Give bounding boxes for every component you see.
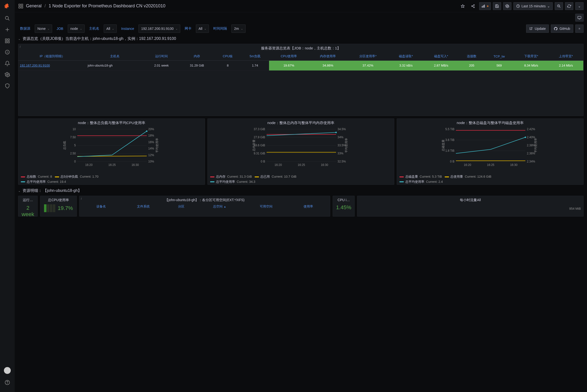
svg-text:16:30: 16:30: [132, 163, 139, 167]
table-header[interactable]: 可用空间: [243, 203, 289, 210]
help-icon[interactable]: [5, 380, 10, 385]
variable-bar: 数据源 None⌄ JOB node⌄ 主机名 All⌄ Instance 19…: [15, 22, 587, 35]
svg-point-0: [5, 16, 8, 20]
table-header[interactable]: TCP_tw: [485, 52, 514, 61]
links-menu-button[interactable]: [575, 24, 584, 33]
cell-ip-link[interactable]: 192.167.200.91:9100: [18, 61, 86, 70]
svg-text:总磁盘量: 总磁盘量: [442, 140, 445, 152]
update-link[interactable]: Update: [526, 24, 549, 33]
var-host-select[interactable]: All⌄: [104, 24, 117, 33]
svg-line-1: [8, 19, 9, 20]
table-header[interactable]: CPU使用率: [269, 52, 308, 61]
settings-button[interactable]: [503, 2, 512, 10]
zoom-out-button[interactable]: [555, 2, 563, 10]
save-button[interactable]: [493, 2, 501, 10]
var-host-label: 主机名: [87, 26, 101, 31]
panel-chart: node：整体总负载与整体平均CPU使用率107.5052.50020%18%1…: [18, 118, 205, 185]
svg-rect-14: [21, 4, 23, 6]
svg-rect-16: [21, 6, 23, 8]
breadcrumb-sep: /: [44, 4, 46, 8]
star-button[interactable]: [459, 2, 467, 10]
svg-text:0: 0: [74, 160, 76, 163]
var-job-select[interactable]: node⌄: [68, 24, 85, 33]
svg-point-20: [474, 6, 475, 8]
table-header[interactable]: 内存: [179, 52, 214, 61]
svg-text:16:25: 16:25: [487, 163, 494, 167]
svg-text:1.8 TiB: 1.8 TiB: [445, 149, 455, 152]
var-interval-select[interactable]: 2m⌄: [231, 24, 245, 33]
svg-line-22: [473, 6, 474, 7]
table-header[interactable]: 分区使用率*: [347, 52, 389, 61]
table-header[interactable]: 磁盘写入*: [423, 52, 459, 61]
svg-text:33%: 33%: [338, 152, 343, 155]
row-detail-toggle[interactable]: ⌄资源明细： 【john-ubuntu18-gh】: [15, 187, 587, 196]
apps-icon[interactable]: [18, 4, 23, 9]
var-instance-select[interactable]: 192.167.200.91:9100⌄: [138, 24, 180, 33]
svg-rect-25: [484, 5, 485, 8]
add-panel-button[interactable]: +: [479, 2, 491, 10]
svg-text:34.5%: 34.5%: [338, 128, 346, 131]
svg-text:0 B: 0 B: [450, 160, 455, 163]
alerting-icon[interactable]: [5, 61, 10, 66]
chart-svg[interactable]: 107.5052.50020%18%16%14%12%10%16:2016:25…: [20, 128, 203, 167]
github-link[interactable]: GitHub: [551, 24, 573, 33]
table-header[interactable]: 主机名: [86, 52, 144, 61]
table-header[interactable]: 运行时间: [144, 52, 179, 61]
svg-text:27.9 GiB: 27.9 GiB: [254, 136, 265, 139]
svg-rect-7: [8, 41, 9, 43]
info-icon[interactable]: i: [20, 45, 20, 48]
svg-rect-5: [8, 39, 9, 40]
table-header[interactable]: 使用率: [290, 203, 327, 210]
svg-text:3.6 TiB: 3.6 TiB: [445, 138, 455, 142]
table-row: 192.167.200.91:9100 john-ubuntu18-gh 2.0…: [18, 61, 583, 70]
plus-icon[interactable]: [5, 27, 10, 32]
svg-point-98: [525, 136, 526, 138]
dashboards-icon[interactable]: [5, 38, 10, 44]
table-header[interactable]: 内存使用率: [309, 52, 347, 61]
svg-text:16:20: 16:20: [274, 163, 282, 167]
var-nic-select[interactable]: All⌄: [196, 24, 209, 33]
grafana-logo[interactable]: [4, 3, 11, 10]
cycle-view-button[interactable]: [575, 14, 584, 22]
table-header[interactable]: 总空间▲: [196, 203, 243, 210]
svg-text:12%: 12%: [148, 154, 154, 157]
svg-rect-13: [19, 4, 20, 6]
panel-cpu-iowait: CPU i… 1.45%: [333, 196, 355, 216]
table-header[interactable]: 上传带宽*: [549, 52, 583, 61]
chart-svg[interactable]: 5.5 TiB3.6 TiB1.8 TiB0 B2.42%2.40%2.38%2…: [399, 128, 581, 167]
svg-rect-24: [483, 5, 484, 7]
chart-svg[interactable]: 37.3 GiB27.9 GiB18.6 GiB9.31 GiB0 B34.5%…: [210, 128, 392, 167]
table-header[interactable]: 5m负载: [241, 52, 269, 61]
shield-icon[interactable]: [5, 83, 10, 88]
panel-uptime: 运行… 2 week: [18, 196, 38, 216]
svg-line-30: [559, 6, 560, 8]
var-datasource-label: 数据源: [18, 26, 32, 31]
var-datasource-select[interactable]: None⌄: [35, 24, 52, 33]
svg-text:14%: 14%: [148, 147, 154, 150]
table-header[interactable]: 设备名: [82, 203, 120, 210]
info-icon[interactable]: i: [81, 197, 82, 200]
row-overview-toggle[interactable]: ⌄资源总览（关联JOB项）当前选中主机：john-ubuntu18-gh，实例：…: [15, 35, 587, 44]
time-picker[interactable]: Last 15 minutes ⌄: [513, 2, 553, 10]
table-header[interactable]: 下载带宽*: [514, 52, 549, 61]
explore-icon[interactable]: [5, 50, 10, 55]
table-header[interactable]: CPU核: [214, 52, 241, 61]
svg-text:2.34%: 2.34%: [527, 160, 535, 163]
refresh-interval[interactable]: ⌄: [575, 2, 584, 10]
svg-text:32.5%: 32.5%: [338, 160, 346, 163]
breadcrumb-folder[interactable]: General: [26, 4, 41, 8]
svg-text:16:30: 16:30: [510, 163, 518, 167]
breadcrumb: General / 1 Node Exporter for Prometheus…: [26, 4, 165, 8]
table-header[interactable]: 文件系统: [120, 203, 166, 210]
table-header[interactable]: 分区: [167, 203, 196, 210]
search-icon[interactable]: [5, 16, 10, 21]
share-button[interactable]: [469, 2, 477, 10]
table-header[interactable]: IP（链接到明细）: [18, 52, 86, 61]
table-header[interactable]: 磁盘读取*: [389, 52, 423, 61]
panel-title: 服务器资源总览表【JOB：node，主机总数：1】: [18, 44, 583, 52]
chart-legend: 总磁盘量 Current: 5.3 TiB 总使用量 Current: 124.…: [397, 173, 583, 184]
config-icon[interactable]: [5, 72, 10, 77]
avatar[interactable]: [4, 367, 11, 374]
refresh-button[interactable]: [565, 2, 573, 10]
table-header[interactable]: 连接数: [459, 52, 485, 61]
